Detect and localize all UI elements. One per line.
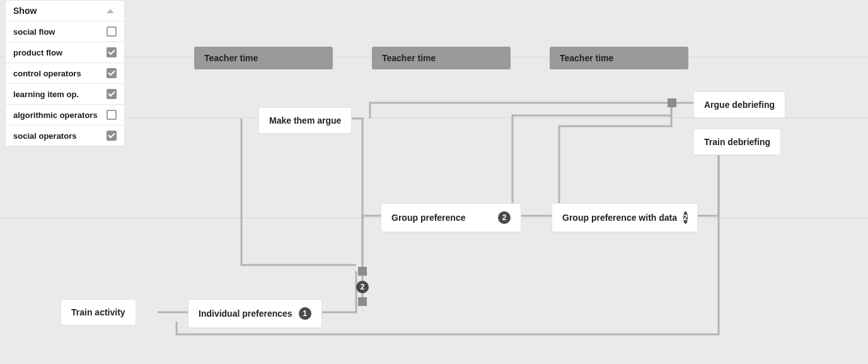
node-individual-preferences[interactable]: Individual preferences 1 xyxy=(188,299,322,328)
checkbox-icon[interactable] xyxy=(107,89,117,99)
chevron-up-icon xyxy=(107,9,114,13)
node-label: Train activity xyxy=(71,307,125,317)
node-group-preference[interactable]: Group preference 2 xyxy=(381,203,521,232)
node-label: Group preference xyxy=(391,213,465,223)
filter-header[interactable]: Show xyxy=(6,1,124,21)
checkbox-icon[interactable] xyxy=(107,47,117,57)
node-group-preference-with-data[interactable]: Group preference with data 2 xyxy=(552,203,698,232)
checkbox-icon[interactable] xyxy=(107,26,117,37)
node-label: Train debriefing xyxy=(704,137,770,147)
node-badge: 2 xyxy=(683,211,688,224)
checkbox-icon[interactable] xyxy=(107,110,117,120)
teacher-time-block[interactable]: Teacher time xyxy=(372,47,511,69)
node-label: Make them argue xyxy=(269,115,341,126)
teacher-time-block[interactable]: Teacher time xyxy=(550,47,688,69)
node-label: Argue debriefing xyxy=(704,100,775,110)
filter-row-algorithmic-operators[interactable]: algorithmic operators xyxy=(6,105,124,126)
node-make-them-argue[interactable]: Make them argue xyxy=(258,107,352,134)
node-train-debriefing[interactable]: Train debriefing xyxy=(693,129,781,155)
filter-row-social-flow[interactable]: social flow xyxy=(6,21,124,42)
filter-row-label: product flow xyxy=(13,48,62,57)
node-label: Group preference with data xyxy=(562,213,677,223)
checkbox-icon[interactable] xyxy=(107,68,117,78)
node-label: Individual preferences xyxy=(199,308,292,319)
filter-header-label: Show xyxy=(13,6,37,16)
filter-row-social-operators[interactable]: social operators xyxy=(6,126,124,146)
svg-rect-0 xyxy=(358,267,367,276)
filter-row-label: learning item op. xyxy=(13,90,79,99)
filter-row-label: control operators xyxy=(13,69,81,78)
filter-row-learning-item-op[interactable]: learning item op. xyxy=(6,84,124,105)
checkbox-icon[interactable] xyxy=(107,131,117,141)
node-badge: 2 xyxy=(498,211,511,224)
svg-rect-2 xyxy=(668,98,676,107)
filter-panel: Show social flow product flow control op… xyxy=(5,0,125,146)
filter-row-label: social flow xyxy=(13,27,55,37)
node-badge: 1 xyxy=(299,307,311,320)
filter-row-product-flow[interactable]: product flow xyxy=(6,42,124,63)
node-argue-debriefing[interactable]: Argue debriefing xyxy=(693,91,785,118)
diagram-canvas[interactable]: Teacher time Teacher time Teacher time T… xyxy=(0,0,868,364)
operator-badge[interactable]: 2 xyxy=(356,281,369,293)
filter-row-label: social operators xyxy=(13,131,76,141)
node-train-activity[interactable]: Train activity xyxy=(61,299,136,326)
filter-row-label: algorithmic operators xyxy=(13,110,98,120)
filter-row-control-operators[interactable]: control operators xyxy=(6,63,124,84)
teacher-time-block[interactable]: Teacher time xyxy=(194,47,333,69)
svg-rect-1 xyxy=(358,297,367,306)
